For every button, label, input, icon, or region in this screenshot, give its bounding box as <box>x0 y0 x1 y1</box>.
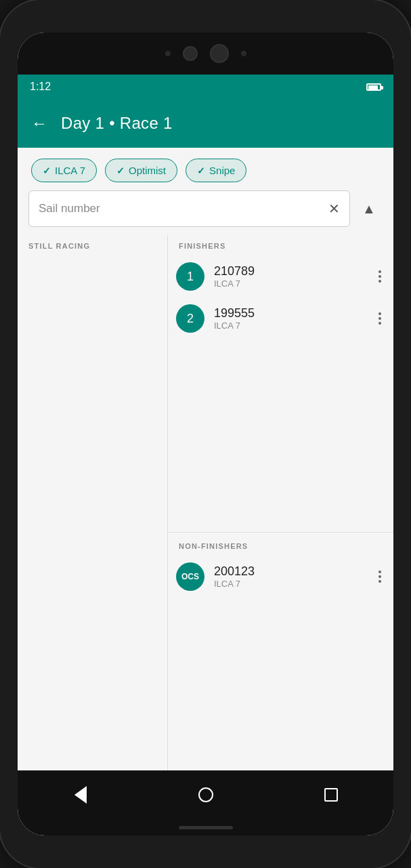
ocs-label: OCS <box>181 572 199 581</box>
dot-8 <box>378 575 381 578</box>
nav-recents-icon <box>324 788 338 802</box>
chip-ilca7[interactable]: ✓ ILCA 7 <box>31 159 97 182</box>
finishers-column: FINISHERS 1 210789 ILCA 7 <box>168 235 393 770</box>
search-box[interactable]: Sail number ✕ <box>28 190 350 227</box>
position-number-1: 1 <box>187 270 194 284</box>
ocs-badge: OCS <box>176 562 204 591</box>
search-row: Sail number ✕ ▲ <box>18 190 393 235</box>
non-finisher-sail-number-1: 200123 <box>214 564 365 579</box>
menu-button-nf-1[interactable] <box>374 566 385 587</box>
sail-class-1: ILCA 7 <box>214 278 365 289</box>
phone-shell: 1:12 ← Day 1 • Race 1 ✓ ILCA 7 ✓ Optimis… <box>0 0 411 868</box>
section-divider <box>168 532 393 533</box>
menu-button-2[interactable] <box>374 308 385 329</box>
dot-7 <box>378 571 381 573</box>
chip-label-ilca7: ILCA 7 <box>55 165 85 176</box>
status-icons <box>366 83 381 91</box>
nav-back-icon <box>74 786 87 804</box>
search-placeholder: Sail number <box>39 202 100 215</box>
nav-recents-button[interactable] <box>311 774 351 815</box>
filter-bar: ✓ ILCA 7 ✓ Optimist ✓ Snipe <box>18 148 393 190</box>
non-finisher-info-1: 200123 ILCA 7 <box>214 564 365 589</box>
finisher-info-1: 210789 ILCA 7 <box>214 264 365 289</box>
app-bar: ← Day 1 • Race 1 <box>18 99 393 148</box>
sail-class-2: ILCA 7 <box>214 321 365 331</box>
chip-label-optimist: Optimist <box>129 165 166 176</box>
chip-check-snipe: ✓ <box>197 165 205 176</box>
chip-optimist[interactable]: ✓ Optimist <box>105 159 177 182</box>
non-finisher-class-1: ILCA 7 <box>214 579 365 589</box>
spacer <box>168 339 393 529</box>
nav-home-icon <box>198 787 213 802</box>
dot-5 <box>378 317 381 320</box>
search-clear-button[interactable]: ✕ <box>328 201 340 217</box>
dot-9 <box>378 580 381 583</box>
page-title: Day 1 • Race 1 <box>61 114 173 133</box>
finisher-item-2[interactable]: 2 199555 ILCA 7 <box>168 297 393 339</box>
status-time: 1:12 <box>30 81 51 93</box>
position-number-2: 2 <box>187 312 194 326</box>
dot-1 <box>378 270 381 273</box>
speaker-dot-2 <box>241 51 246 56</box>
bottom-pill <box>179 826 233 829</box>
menu-button-1[interactable] <box>374 266 385 287</box>
nav-home-button[interactable] <box>186 774 226 815</box>
back-button[interactable]: ← <box>31 114 47 133</box>
camera-bar <box>18 33 393 75</box>
chip-check-ilca7: ✓ <box>43 165 51 176</box>
non-finisher-item-1[interactable]: OCS 200123 ILCA 7 <box>168 556 393 598</box>
finisher-item-1[interactable]: 1 210789 ILCA 7 <box>168 255 393 297</box>
finishers-header: FINISHERS <box>168 235 393 255</box>
collapse-button[interactable]: ▲ <box>355 195 383 222</box>
still-racing-header: STILL RACING <box>18 235 167 255</box>
chip-label-snipe: Snipe <box>209 165 235 176</box>
non-finishers-header: NON-FINISHERS <box>168 535 393 556</box>
nav-bar <box>18 770 393 819</box>
dot-4 <box>378 312 381 315</box>
position-badge-2: 2 <box>176 304 204 333</box>
position-badge-1: 1 <box>176 262 204 291</box>
bottom-bar <box>18 819 393 835</box>
speaker-dot <box>165 51 171 56</box>
battery-icon <box>366 83 381 91</box>
chip-check-optimist: ✓ <box>116 165 125 176</box>
front-camera-left <box>183 46 198 61</box>
content-area: ✓ ILCA 7 ✓ Optimist ✓ Snipe Sail number … <box>18 148 393 770</box>
chip-snipe[interactable]: ✓ Snipe <box>186 159 246 182</box>
dot-6 <box>378 322 381 325</box>
front-camera-main <box>210 44 229 63</box>
status-bar: 1:12 <box>18 75 393 99</box>
nav-back-button[interactable] <box>60 774 101 815</box>
finisher-info-2: 199555 ILCA 7 <box>214 306 365 331</box>
dot-2 <box>378 275 381 278</box>
main-columns: STILL RACING FINISHERS 1 210789 ILCA 7 <box>18 235 393 770</box>
still-racing-column: STILL RACING <box>18 235 168 770</box>
sail-number-2: 199555 <box>214 306 365 321</box>
dot-3 <box>378 280 381 283</box>
phone-screen: 1:12 ← Day 1 • Race 1 ✓ ILCA 7 ✓ Optimis… <box>18 33 393 835</box>
sail-number-1: 210789 <box>214 264 365 278</box>
